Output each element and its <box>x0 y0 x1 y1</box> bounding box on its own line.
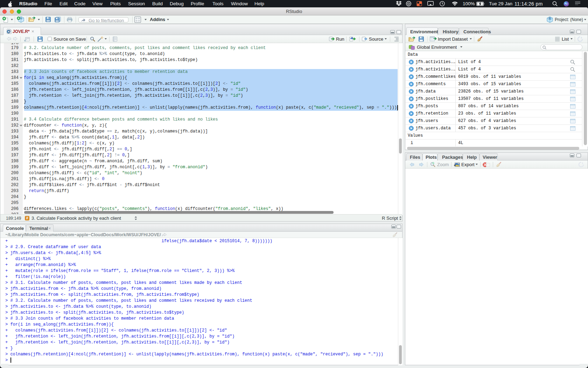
svg-text:R: R <box>548 16 551 20</box>
svg-text:R: R <box>8 30 10 33</box>
